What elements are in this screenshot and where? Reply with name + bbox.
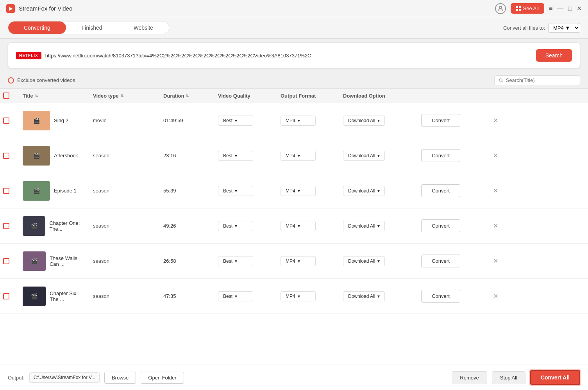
row-duration-cell-1: 01:49:59 [160,118,215,123]
row-download-cell-2: Download All ▾ [340,151,418,161]
download-option-dropdown-4[interactable]: Download All ▾ [343,221,385,231]
convert-all-button[interactable]: Convert All [530,370,580,385]
format-dropdown-6[interactable]: MP4 ▾ [281,291,316,301]
see-all-button[interactable]: See All [511,3,544,14]
delete-button-1[interactable]: ✕ [491,115,500,126]
row-download-cell-1: Download All ▾ [340,116,418,126]
app-logo: ▶ [6,4,15,13]
convert-button-4[interactable]: Convert [421,219,460,232]
th-video-type: Video type ⇅ [90,93,160,99]
quality-dropdown-6[interactable]: Best ▾ [218,291,253,301]
delete-button-5[interactable]: ✕ [491,256,500,266]
row-type-cell-1: movie [90,118,160,123]
table-body: 🎬 Sing 2 movie 01:49:59 Best ▾ MP4 ▾ Dow… [0,103,588,314]
hamburger-icon[interactable]: ≡ [549,5,552,12]
row-title-cell-2: 🎬 Aftershock [20,146,90,166]
title-bar: ▶ StreamFox for Video See All ≡ — □ ✕ [0,0,588,17]
convert-button-5[interactable]: Convert [421,255,460,267]
video-title-5: These Walls Can ... [50,255,87,267]
format-dropdown-4[interactable]: MP4 ▾ [281,221,316,231]
download-option-dropdown-3[interactable]: Download All ▾ [343,186,385,196]
row-title-cell-6: 🎬 Chapter Six: The ... [20,287,90,306]
duration-sort-icon[interactable]: ⇅ [186,94,189,98]
close-button[interactable]: ✕ [577,5,582,12]
video-title-4: Chapter One: The... [49,220,87,232]
format-dropdown-5[interactable]: MP4 ▾ [281,256,316,266]
quality-dropdown-5[interactable]: Best ▾ [218,256,253,266]
tab-website[interactable]: Website [118,21,169,34]
convert-button-3[interactable]: Convert [421,184,460,197]
row-type-cell-3: season [90,188,160,194]
table-row: 🎬 Chapter One: The... season 49:26 Best … [0,208,588,244]
quality-dropdown-1[interactable]: Best ▾ [218,116,253,126]
row-checkbox-5[interactable] [3,258,9,264]
row-checkbox-4[interactable] [3,223,9,229]
video-type-3: season [93,188,109,194]
video-title-1: Sing 2 [54,118,68,123]
thumbnail-6: 🎬 [23,287,46,306]
th-output-format: Output Format [277,93,340,99]
tab-converting[interactable]: Converting [8,21,66,34]
remove-button[interactable]: Remove [452,371,487,384]
row-title-cell-4: 🎬 Chapter One: The... [20,216,90,236]
tab-bar: Converting Finished Website Convert all … [0,17,588,39]
row-checkbox-1[interactable] [3,118,9,124]
title-bar-right: See All ≡ — □ ✕ [495,3,582,14]
row-delete-cell-3: ✕ [488,185,508,196]
download-option-dropdown-2[interactable]: Download All ▾ [343,151,385,161]
row-convert-cell-3: Convert [418,184,488,197]
maximize-button[interactable]: □ [568,5,572,12]
row-download-cell-3: Download All ▾ [340,186,418,196]
minimize-button[interactable]: — [557,5,563,12]
thumbnail-3: 🎬 [23,181,50,201]
tab-finished[interactable]: Finished [66,21,118,34]
download-option-dropdown-6[interactable]: Download All ▾ [343,291,385,301]
download-option-dropdown-5[interactable]: Download All ▾ [343,256,385,266]
convert-button-6[interactable]: Convert [421,290,460,303]
exclude-converted-label[interactable]: Exclude converted videos [8,77,75,84]
quality-dropdown-2[interactable]: Best ▾ [218,151,253,161]
download-option-dropdown-1[interactable]: Download All ▾ [343,116,385,126]
row-download-cell-4: Download All ▾ [340,221,418,231]
format-dropdown-3[interactable]: MP4 ▾ [281,186,316,196]
title-sort-icon[interactable]: ⇅ [35,94,38,98]
quality-dropdown-3[interactable]: Best ▾ [218,186,253,196]
filter-bar: Exclude converted videos [0,72,588,88]
convert-button-1[interactable]: Convert [421,114,460,127]
format-dropdown-2[interactable]: MP4 ▾ [281,151,316,161]
format-select[interactable]: MP4 ▼ MKV AVI MOV [548,23,580,33]
type-sort-icon[interactable]: ⇅ [120,94,123,98]
search-button[interactable]: Search [536,49,572,62]
title-search-input[interactable] [506,77,576,83]
browse-button[interactable]: Browse [104,372,136,384]
quality-dropdown-4[interactable]: Best ▾ [218,221,253,231]
duration-3: 55:39 [163,188,176,194]
delete-button-6[interactable]: ✕ [491,291,500,301]
exclude-radio[interactable] [8,77,14,84]
convert-button-2[interactable]: Convert [421,149,460,162]
row-checkbox-cell-1 [0,118,20,124]
url-bar-section: NETFLIX Search [8,43,580,68]
delete-button-3[interactable]: ✕ [491,185,500,196]
open-folder-button[interactable]: Open Folder [141,372,184,384]
row-delete-cell-6: ✕ [488,291,508,301]
row-checkbox-6[interactable] [3,293,9,299]
row-download-cell-6: Download All ▾ [340,291,418,301]
url-input[interactable] [45,53,532,59]
stop-all-button[interactable]: Stop All [492,371,525,384]
select-all-checkbox[interactable] [3,93,9,99]
row-duration-cell-6: 47:35 [160,293,215,299]
row-checkbox-3[interactable] [3,188,9,194]
row-convert-cell-4: Convert [418,219,488,232]
user-icon-button[interactable] [495,3,506,14]
row-delete-cell-5: ✕ [488,256,508,266]
row-quality-cell-1: Best ▾ [215,116,277,126]
row-duration-cell-2: 23:16 [160,153,215,158]
row-convert-cell-2: Convert [418,149,488,162]
format-dropdown-1[interactable]: MP4 ▾ [281,116,316,126]
row-checkbox-2[interactable] [3,153,9,159]
row-quality-cell-5: Best ▾ [215,256,277,266]
delete-button-2[interactable]: ✕ [491,150,500,161]
app-title: StreamFox for Video [19,5,72,12]
delete-button-4[interactable]: ✕ [491,221,500,231]
